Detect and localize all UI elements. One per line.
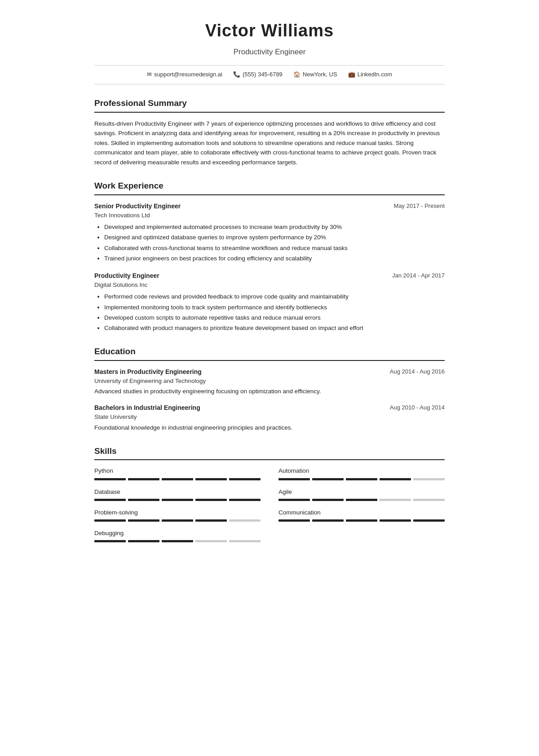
linkedin-value: LinkedIn.com xyxy=(358,70,392,79)
linkedin-icon: 💼 xyxy=(348,70,355,79)
skill-item: Automation xyxy=(278,466,445,480)
skill-name: Database xyxy=(94,488,261,497)
location-value: NewYork, US xyxy=(303,70,337,79)
skill-bar xyxy=(94,519,261,522)
job-header-0: Senior Productivity Engineer May 2017 - … xyxy=(94,202,445,211)
job-block-0: Senior Productivity Engineer May 2017 - … xyxy=(94,202,445,263)
candidate-name: Victor Williams xyxy=(94,18,445,44)
skill-name: Automation xyxy=(278,466,445,475)
job-title-1: Productivity Engineer xyxy=(94,271,159,281)
skill-item: Python xyxy=(94,466,261,480)
skill-segment xyxy=(128,540,159,542)
skill-segment xyxy=(195,519,227,522)
skill-item: Database xyxy=(94,488,261,501)
skill-segment xyxy=(229,499,261,501)
list-item: Developed and implemented automated proc… xyxy=(104,223,445,232)
skill-segment xyxy=(380,519,411,522)
skill-segment xyxy=(312,478,344,480)
edu-degree-0: Masters in Productivity Engineering xyxy=(94,367,202,377)
skill-segment xyxy=(195,478,227,480)
skill-segment xyxy=(413,499,445,501)
job-company-1: Digital Solutions Inc xyxy=(94,281,445,290)
skill-segment xyxy=(128,478,159,480)
skill-segment xyxy=(278,519,310,522)
skill-segment xyxy=(346,478,377,480)
skill-name: Agile xyxy=(278,488,445,497)
job-bullets-0: Developed and implemented automated proc… xyxy=(94,223,445,263)
list-item: Developed custom scripts to automate rep… xyxy=(104,313,445,322)
contact-bar: ✉ support@resumedesign.ai 📞 (555) 345-67… xyxy=(94,65,445,85)
skill-segment xyxy=(128,499,159,501)
skill-segment xyxy=(229,540,261,542)
skills-section: Skills PythonAutomationDatabaseAgileProb… xyxy=(94,445,445,544)
job-date-0: May 2017 - Present xyxy=(394,202,445,211)
skill-item: Communication xyxy=(278,508,445,522)
skill-bar xyxy=(94,499,261,501)
skill-segment xyxy=(162,499,193,501)
edu-school-0: University of Engineering and Technology xyxy=(94,377,445,386)
skill-segment xyxy=(229,478,261,480)
edu-date-1: Aug 2010 - Aug 2014 xyxy=(390,403,445,412)
summary-heading: Professional Summary xyxy=(94,97,445,113)
edu-date-0: Aug 2014 - Aug 2016 xyxy=(390,367,445,376)
job-header-1: Productivity Engineer Jan 2014 - Apr 201… xyxy=(94,271,445,281)
edu-header-0: Masters in Productivity Engineering Aug … xyxy=(94,367,445,377)
skill-segment xyxy=(413,519,445,522)
skill-segment xyxy=(162,478,193,480)
skill-item: Debugging xyxy=(94,529,261,542)
skill-segment xyxy=(94,478,126,480)
skill-segment xyxy=(195,540,227,542)
email-icon: ✉ xyxy=(147,70,152,79)
education-section: Education Masters in Productivity Engine… xyxy=(94,345,445,432)
phone-icon: 📞 xyxy=(233,70,240,79)
skill-segment xyxy=(162,519,193,522)
email-contact: ✉ support@resumedesign.ai xyxy=(147,70,222,79)
list-item: Designed and optimized database queries … xyxy=(104,233,445,242)
edu-header-1: Bachelors in Industrial Engineering Aug … xyxy=(94,403,445,413)
skill-bar xyxy=(278,478,445,480)
list-item: Performed code reviews and provided feed… xyxy=(104,292,445,301)
edu-block-1: Bachelors in Industrial Engineering Aug … xyxy=(94,403,445,432)
summary-section: Professional Summary Results-driven Prod… xyxy=(94,97,445,167)
location-icon: 🏠 xyxy=(293,70,300,79)
skill-bar xyxy=(278,519,445,522)
skill-name: Problem-solving xyxy=(94,508,261,517)
skill-segment xyxy=(278,499,310,501)
skill-segment xyxy=(195,499,227,501)
skill-segment xyxy=(229,519,261,522)
skill-segment xyxy=(128,519,159,522)
candidate-title: Productivity Engineer xyxy=(94,46,445,58)
skill-bar xyxy=(94,478,261,480)
skill-segment xyxy=(278,478,310,480)
education-heading: Education xyxy=(94,345,445,361)
list-item: Collaborated with product managers to pr… xyxy=(104,324,445,333)
skill-bar xyxy=(94,540,261,542)
experience-heading: Work Experience xyxy=(94,180,445,195)
job-bullets-1: Performed code reviews and provided feed… xyxy=(94,292,445,333)
list-item: Implemented monitoring tools to track sy… xyxy=(104,303,445,312)
skill-segment xyxy=(94,519,126,522)
skill-name: Debugging xyxy=(94,529,261,538)
skill-segment xyxy=(162,540,193,542)
linkedin-contact: 💼 LinkedIn.com xyxy=(348,70,392,79)
job-block-1: Productivity Engineer Jan 2014 - Apr 201… xyxy=(94,271,445,333)
resume-header: Victor Williams Productivity Engineer xyxy=(94,18,445,58)
job-company-0: Tech Innovations Ltd xyxy=(94,211,445,220)
job-date-1: Jan 2014 - Apr 2017 xyxy=(392,271,445,280)
experience-section: Work Experience Senior Productivity Engi… xyxy=(94,180,445,333)
edu-school-1: State University xyxy=(94,413,445,422)
summary-text: Results-driven Productivity Engineer wit… xyxy=(94,119,445,167)
skill-segment xyxy=(312,499,344,501)
skill-segment xyxy=(346,499,377,501)
skill-item: Agile xyxy=(278,488,445,501)
skills-heading: Skills xyxy=(94,445,445,461)
skill-segment xyxy=(413,478,445,480)
skill-name: Communication xyxy=(278,508,445,517)
skill-segment xyxy=(312,519,344,522)
phone-contact: 📞 (555) 345-6789 xyxy=(233,70,283,79)
edu-desc-0: Advanced studies in productivity enginee… xyxy=(94,387,445,396)
location-contact: 🏠 NewYork, US xyxy=(293,70,337,79)
skill-segment xyxy=(380,499,411,501)
list-item: Trained junior engineers on best practic… xyxy=(104,254,445,263)
skills-grid: PythonAutomationDatabaseAgileProblem-sol… xyxy=(94,466,445,543)
